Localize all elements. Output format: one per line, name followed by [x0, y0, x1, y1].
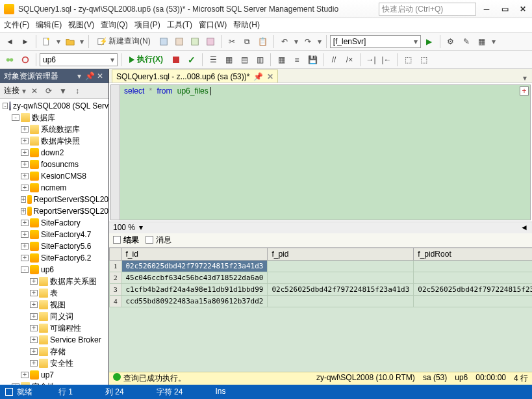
expand-icon[interactable]: + — [30, 313, 38, 320]
tree-up6-child[interactable]: +数据库关系图 — [0, 276, 108, 287]
expand-icon[interactable]: + — [21, 185, 29, 191]
menu-item[interactable]: 视图(V) — [68, 19, 94, 31]
expand-icon[interactable]: - — [12, 114, 19, 121]
row-number[interactable]: 2 — [110, 272, 122, 283]
expand-icon[interactable]: + — [21, 255, 29, 261]
menu-item[interactable]: 工具(T) — [167, 19, 192, 31]
grid-cell[interactable]: 45c046ccbf634c56bc43d718522da6a0 — [121, 272, 268, 283]
results-file-icon[interactable]: 💾 — [305, 53, 320, 67]
tree-up6-child[interactable]: +表 — [0, 287, 108, 299]
cut-icon[interactable]: ✂ — [225, 34, 239, 49]
tab-pin-icon[interactable]: 📌 — [253, 72, 263, 81]
expand-icon[interactable]: + — [21, 173, 29, 179]
menu-item[interactable]: 项目(P) — [134, 19, 160, 31]
grid-row[interactable]: 102c526025dbd42f797224815f23a41d310 — [110, 260, 533, 272]
expand-icon[interactable]: + — [21, 231, 29, 238]
q-opt-2[interactable]: ▤ — [237, 53, 251, 67]
tree-db-SiteFactory[interactable]: +SiteFactory — [0, 217, 108, 229]
grid-cell[interactable] — [268, 260, 414, 272]
new-icon[interactable] — [40, 34, 54, 49]
sync-icon[interactable]: ↕ — [71, 85, 83, 97]
tree-up6-child[interactable]: +视图 — [0, 299, 108, 311]
grid-cell[interactable]: 02c526025dbd42f797224815f23a41d3 — [268, 283, 414, 295]
undo-icon[interactable]: ↶ — [277, 34, 292, 49]
expand-icon[interactable]: + — [21, 149, 29, 156]
tree-db-up6[interactable]: -up6 — [0, 264, 108, 276]
change-conn-icon[interactable] — [18, 53, 32, 67]
refresh-icon[interactable]: ⟳ — [43, 85, 55, 97]
code-text[interactable]: select * from up6_files| — [120, 85, 530, 220]
tree-db-ReportServer$SQL20[interactable]: +ReportServer$SQL20 — [0, 194, 108, 205]
misc-2[interactable]: ⬚ — [416, 53, 431, 67]
new-query-button[interactable]: ⚡ 新建查询(N) — [92, 34, 155, 49]
connect-icon[interactable] — [3, 53, 17, 67]
tree-up6-child[interactable]: +安全性 — [0, 357, 108, 369]
tree-db-SiteFactory6.2[interactable]: +SiteFactory6.2 — [0, 252, 108, 264]
grid-cell[interactable]: c1cfb4b2adf24a4a98e11db91d1bbd99 — [121, 283, 268, 295]
expand-icon[interactable]: - — [21, 266, 29, 273]
more-2-icon[interactable]: ▦ — [475, 34, 489, 49]
menu-item[interactable]: 帮助(H) — [233, 19, 260, 31]
grid-row[interactable]: 245c046ccbf634c56bc43d718522da6a010 — [110, 272, 533, 283]
grid-col-header[interactable]: f_pidRoot — [414, 248, 532, 260]
tree-db-ncmem[interactable]: +ncmem — [0, 182, 108, 194]
copy-icon[interactable]: ⧉ — [240, 34, 255, 49]
grid-cell[interactable]: 02c526025dbd42f797224815f23a41d3 — [414, 283, 532, 295]
expand-icon[interactable]: + — [21, 138, 29, 144]
expand-icon[interactable]: + — [21, 126, 29, 133]
redo-dropdown[interactable]: ▾ — [316, 34, 323, 49]
split-editor-icon[interactable]: + — [520, 86, 529, 96]
tab-overflow-icon[interactable]: ▾ — [520, 73, 529, 83]
new-dropdown[interactable]: ▾ — [55, 34, 62, 49]
parse-button[interactable]: ✓ — [184, 53, 199, 67]
grid-cell[interactable]: ccd55bd80922483aa15a809612b37dd2 — [121, 295, 268, 307]
tree-db-foosuncms[interactable]: +foosuncms — [0, 159, 108, 170]
filter-icon[interactable]: ▼ — [57, 85, 69, 97]
grid-cell[interactable]: 02c526025dbd42f797224815f23a41d3 — [121, 260, 268, 272]
document-tab[interactable]: SQLQuery1.sql - z...008.up6 (sa (53))* 📌… — [112, 70, 278, 83]
messages-tab[interactable]: 消息 — [146, 235, 171, 246]
panel-dropdown-icon[interactable]: ▾ — [75, 71, 84, 81]
close-button[interactable]: ✕ — [518, 4, 528, 14]
plan-icon[interactable]: ☰ — [206, 53, 220, 67]
tb-btn-4[interactable] — [203, 34, 218, 49]
quick-launch-input[interactable]: 快速启动 (Ctrl+Q) — [379, 3, 476, 16]
row-number[interactable]: 1 — [110, 260, 122, 272]
tree-up6-child[interactable]: +可编程性 — [0, 322, 108, 334]
open-icon[interactable] — [63, 34, 77, 49]
expand-icon[interactable]: + — [21, 161, 29, 168]
maximize-button[interactable]: ▭ — [500, 4, 510, 14]
database-combo[interactable]: up6 ▾ — [40, 53, 118, 66]
q-opt-3[interactable]: ▥ — [253, 53, 267, 67]
grid-row[interactable]: 4ccd55bd80922483aa15a809612b37dd210 — [110, 295, 533, 307]
stop-button[interactable] — [169, 53, 183, 67]
more-1-icon[interactable]: ✎ — [459, 34, 474, 49]
grid-cell[interactable] — [414, 260, 532, 272]
comment-icon[interactable]: // — [327, 53, 341, 67]
tree-databases[interactable]: -数据库 — [0, 112, 108, 123]
expand-icon[interactable]: + — [30, 278, 38, 285]
expand-icon[interactable]: + — [30, 337, 38, 343]
q-opt-1[interactable]: ▦ — [222, 53, 236, 67]
expand-icon[interactable]: + — [30, 302, 38, 308]
go-icon[interactable]: ▶ — [422, 34, 437, 49]
connect-label[interactable]: 连接 — [4, 85, 19, 96]
results-text-icon[interactable]: ≡ — [290, 53, 304, 67]
expand-icon[interactable]: + — [30, 290, 38, 296]
indent-icon[interactable]: →| — [364, 53, 378, 67]
grid-cell[interactable] — [268, 295, 414, 307]
tb-btn-2[interactable] — [172, 34, 186, 49]
tab-close-icon[interactable]: ✕ — [267, 72, 273, 81]
tree-db-SiteFactory4.7[interactable]: +SiteFactory4.7 — [0, 229, 108, 240]
tree-db-down2[interactable]: +down2 — [0, 147, 108, 159]
results-tab[interactable]: 结果 — [113, 235, 139, 246]
expand-icon[interactable]: + — [21, 372, 29, 378]
grid-row[interactable]: 3c1cfb4b2adf24a4a98e11db91d1bbd9902c5260… — [110, 283, 533, 295]
function-combo[interactable]: [f_lenSvr] ▾ — [330, 35, 421, 48]
tree-db-KesionCMS8[interactable]: +KesionCMS8 — [0, 170, 108, 182]
tree-db-ReportServer$SQL20[interactable]: +ReportServer$SQL20 — [0, 205, 108, 217]
zoom-level[interactable]: 100 % — [113, 223, 135, 232]
results-grid[interactable]: f_idf_pidf_pidRootf_fdTaskf_fdCh102c5260… — [109, 248, 532, 372]
open-dropdown[interactable]: ▾ — [79, 34, 85, 49]
tree-db-SiteFactory5.6[interactable]: +SiteFactory5.6 — [0, 240, 108, 252]
